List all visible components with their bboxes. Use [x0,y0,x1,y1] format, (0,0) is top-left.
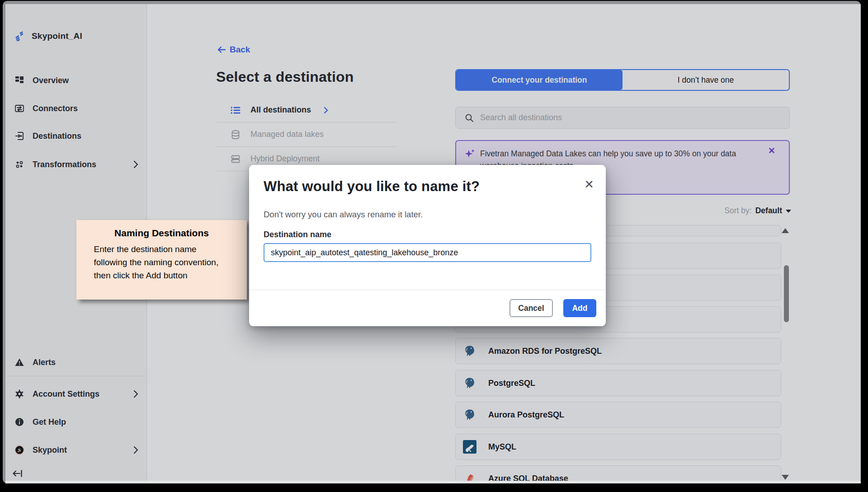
add-button[interactable]: Add [563,299,596,317]
destination-name-label: Destination name [264,230,331,239]
annotation-title: Naming Destinations [76,228,247,239]
tutorial-annotation: Naming Destinations Enter the destinatio… [76,220,247,300]
close-icon[interactable]: ✕ [584,178,594,190]
cancel-button[interactable]: Cancel [509,299,553,317]
destination-name-input[interactable] [264,243,591,262]
name-destination-modal: What would you like to name it? ✕ Don't … [249,165,606,326]
annotation-body: Enter the destination name following the… [94,243,230,282]
modal-subtitle: Don't worry you can always rename it lat… [264,210,423,220]
divider [249,290,606,290]
screenshot-frame: Skypoint_AI Overview Connectors [0,0,868,492]
window-bottom-edge [5,481,861,483]
modal-title: What would you like to name it? [264,178,480,195]
